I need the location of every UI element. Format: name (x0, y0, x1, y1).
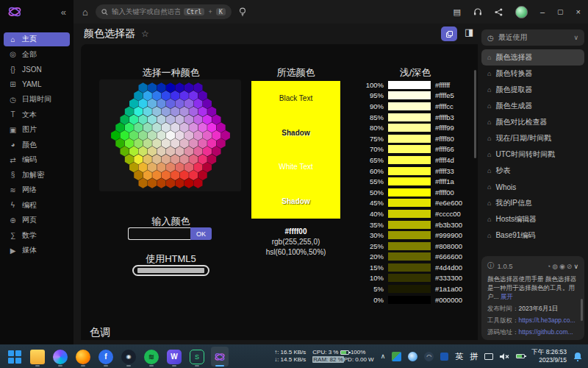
palette-cell[interactable] (212, 130, 220, 141)
recent-item[interactable]: ⌂我的IP信息 (481, 195, 584, 211)
taskbar-app-he3[interactable] (211, 347, 229, 367)
palette-cell[interactable] (161, 154, 170, 164)
sidebar-item-programming[interactable]: ϟ编程 (4, 198, 70, 212)
palette-cell[interactable] (198, 122, 207, 132)
palette-cell[interactable] (189, 122, 198, 132)
close-button[interactable]: × (576, 7, 581, 16)
volume-muted-icon[interactable] (500, 353, 509, 361)
ok-button[interactable]: OK (190, 227, 212, 240)
recent-item[interactable]: ⌂现在/日期/时间戳 (481, 130, 584, 146)
taskbar-app-start[interactable] (6, 347, 24, 367)
palette-cell[interactable] (165, 162, 174, 172)
palette-cell[interactable] (184, 114, 193, 124)
palette-cell[interactable] (157, 114, 165, 124)
palette-cell[interactable] (198, 91, 207, 101)
palette-cell[interactable] (184, 162, 193, 172)
palette-cell[interactable] (189, 170, 198, 180)
taskbar-app-blue-circle-app[interactable]: f (97, 347, 115, 367)
recent-item[interactable]: ⌂颜色提取器 (481, 82, 584, 98)
palette-cell[interactable] (216, 122, 225, 132)
palette-cell[interactable] (212, 146, 220, 157)
shade-row[interactable]: 95%#ffffe5 (359, 91, 469, 102)
palette-cell[interactable] (152, 170, 161, 180)
tray-expand-icon[interactable]: ∧ (381, 353, 386, 360)
palette-cell[interactable] (175, 130, 184, 141)
tray-battery-icon[interactable] (516, 354, 525, 358)
palette-cell[interactable] (157, 99, 165, 109)
sidebar-item-math[interactable]: ∑数学 (4, 228, 70, 242)
palette-cell[interactable] (143, 170, 151, 180)
palette-cell[interactable] (138, 114, 147, 124)
hex-color-palette[interactable] (99, 79, 241, 191)
shade-row[interactable]: 35%#b3b300 (359, 219, 469, 230)
sidebar-item-home[interactable]: ⌂主页 (4, 32, 70, 46)
clock[interactable]: 下午 8:26:53 2023/9/15 (531, 348, 567, 364)
palette-cell[interactable] (171, 122, 179, 132)
sidebar-collapse-button[interactable]: « (61, 7, 66, 18)
palette-cell[interactable] (198, 138, 207, 149)
palette-cell[interactable] (179, 138, 188, 149)
headset-icon[interactable] (473, 8, 482, 16)
palette-cell[interactable] (138, 178, 147, 188)
palette-cell[interactable] (216, 138, 225, 149)
recent-item[interactable]: ⌂Base91编码 (481, 227, 584, 244)
recent-used-header[interactable]: ◷ 最近使用 ∨ (481, 29, 584, 46)
sidebar-item-web[interactable]: ⊕网页 (4, 213, 70, 227)
palette-cell[interactable] (143, 91, 151, 101)
palette-cell[interactable] (134, 170, 143, 180)
palette-cell[interactable] (193, 162, 202, 172)
shade-row[interactable]: 75%#ffff80 (359, 133, 469, 144)
palette-cell[interactable] (175, 82, 184, 93)
palette-cell[interactable] (157, 178, 165, 188)
palette-cell[interactable] (129, 99, 138, 109)
recent-item[interactable]: ⌂颜色对比检查器 (481, 114, 584, 130)
panel-toggle-icon[interactable]: ◨ (465, 26, 473, 38)
palette-cell[interactable] (202, 114, 211, 124)
palette-cell[interactable] (171, 138, 179, 149)
shade-row[interactable]: 0%#000000 (359, 294, 469, 305)
palette-cell[interactable] (157, 130, 165, 141)
palette-cell[interactable] (189, 107, 198, 117)
palette-cell[interactable] (193, 82, 202, 93)
recent-item[interactable]: ⌂Whois (481, 179, 584, 195)
palette-cell[interactable] (179, 154, 188, 164)
palette-cell[interactable] (171, 154, 179, 164)
favorite-star-icon[interactable]: ☆ (141, 29, 149, 39)
taskbar-app-loop[interactable] (51, 347, 69, 367)
user-avatar[interactable] (515, 6, 528, 18)
info-scrollbar[interactable] (581, 299, 583, 321)
palette-cell[interactable] (120, 130, 129, 141)
taskbar-app-green-outline-app[interactable]: S (188, 347, 206, 367)
palette-cell[interactable] (138, 146, 147, 157)
palette-cell[interactable] (175, 99, 184, 109)
history-badge-icon[interactable]: ◔ (547, 263, 551, 270)
palette-cell[interactable] (143, 122, 151, 132)
sidebar-item-media[interactable]: ▶媒体 (4, 244, 70, 258)
shade-row[interactable]: 90%#ffffcc (359, 101, 469, 112)
palette-cell[interactable] (148, 162, 157, 172)
palette-cell[interactable] (193, 130, 202, 141)
steam-tray-icon[interactable]: ◠ (424, 352, 434, 361)
palette-cell[interactable] (161, 91, 170, 101)
recent-item[interactable]: ⌂Hosts编辑器 (481, 211, 584, 227)
palette-cell[interactable] (134, 91, 143, 101)
palette-cell[interactable] (138, 162, 147, 172)
palette-cell[interactable] (115, 122, 124, 132)
palette-cell[interactable] (120, 114, 129, 124)
palette-cell[interactable] (202, 146, 211, 157)
palette-cell[interactable] (165, 114, 174, 124)
palette-cell[interactable] (157, 146, 165, 157)
palette-cell[interactable] (193, 178, 202, 188)
github-badge-icon[interactable]: ◉ (559, 263, 565, 270)
palette-cell[interactable] (148, 114, 157, 124)
ime-english-indicator[interactable]: 英 (455, 351, 463, 362)
palette-cell[interactable] (148, 130, 157, 141)
palette-cell[interactable] (189, 154, 198, 164)
palette-cell[interactable] (111, 130, 120, 141)
palette-cell[interactable] (184, 178, 193, 188)
shade-row[interactable]: 50%#ffff00 (359, 187, 469, 198)
community-badge-icon[interactable]: ◍ (552, 263, 558, 270)
palette-cell[interactable] (220, 130, 229, 141)
content-scrollbar[interactable] (474, 70, 476, 158)
palette-cell[interactable] (175, 114, 184, 124)
